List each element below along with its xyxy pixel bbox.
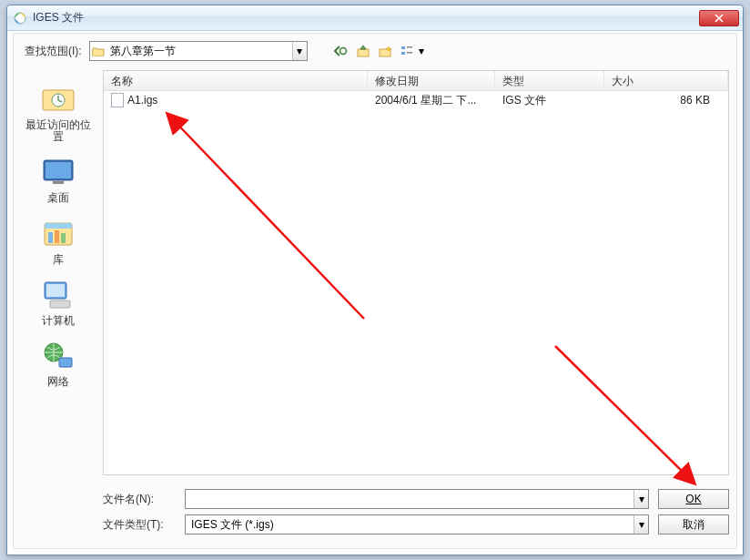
place-desktop-label: 桌面 xyxy=(47,192,69,204)
column-headers: 名称 修改日期 类型 大小 xyxy=(104,71,728,91)
svg-rect-6 xyxy=(407,46,412,48)
col-name[interactable]: 名称 xyxy=(104,71,368,90)
folder-icon xyxy=(90,46,106,56)
svg-rect-14 xyxy=(45,223,72,229)
bottom-bar: 文件名(N): ▾ OK 文件类型(T): ▾ 取消 xyxy=(103,486,729,541)
svg-rect-19 xyxy=(46,284,65,297)
cancel-button[interactable]: 取消 xyxy=(658,514,729,535)
svg-point-1 xyxy=(340,48,346,55)
lookin-dropdown[interactable]: ▾ xyxy=(292,42,307,60)
svg-rect-2 xyxy=(358,49,369,56)
lookin-combo[interactable]: 第八章第一节 ▾ xyxy=(89,41,308,61)
place-libraries-label: 库 xyxy=(53,254,64,266)
lookin-label: 查找范围(I): xyxy=(25,44,82,59)
ok-button[interactable]: OK xyxy=(658,489,729,509)
network-icon xyxy=(36,338,80,374)
filename-combo[interactable]: ▾ xyxy=(185,489,649,509)
desktop-icon xyxy=(36,154,80,190)
back-button[interactable] xyxy=(331,41,351,61)
table-row[interactable]: A1.igs 2004/6/1 星期二 下... IGS 文件 86 KB xyxy=(104,91,728,109)
svg-rect-5 xyxy=(401,52,405,55)
toolbar: ▾ xyxy=(331,41,426,61)
col-type[interactable]: 类型 xyxy=(495,71,604,90)
filetype-dropdown[interactable]: ▾ xyxy=(633,515,648,534)
svg-rect-12 xyxy=(53,181,64,184)
file-date-cell: 2004/6/1 星期二 下... xyxy=(368,93,495,108)
svg-rect-4 xyxy=(401,46,405,49)
lookin-path: 第八章第一节 xyxy=(106,44,292,59)
up-one-level-button[interactable] xyxy=(353,41,373,61)
file-rows[interactable]: A1.igs 2004/6/1 星期二 下... IGS 文件 86 KB xyxy=(104,91,728,474)
svg-rect-7 xyxy=(407,52,412,54)
close-button[interactable] xyxy=(699,10,739,26)
place-recent[interactable]: 最近访问的位置 xyxy=(22,81,95,143)
svg-rect-22 xyxy=(59,358,72,367)
view-menu-button[interactable] xyxy=(397,41,417,61)
window-title: IGES 文件 xyxy=(33,10,699,25)
filetype-label: 文件类型(T): xyxy=(103,517,176,533)
filename-input[interactable] xyxy=(186,490,633,508)
svg-rect-15 xyxy=(48,232,53,243)
libraries-icon xyxy=(36,216,80,252)
place-desktop[interactable]: 桌面 xyxy=(22,154,95,204)
file-name: A1.igs xyxy=(127,94,157,107)
filename-dropdown[interactable]: ▾ xyxy=(633,490,648,508)
computer-icon xyxy=(36,277,80,313)
place-network[interactable]: 网络 xyxy=(22,338,95,388)
svg-rect-20 xyxy=(50,300,70,308)
app-icon xyxy=(13,11,27,25)
filetype-combo[interactable]: ▾ xyxy=(185,514,649,535)
filename-label: 文件名(N): xyxy=(103,492,176,507)
col-date[interactable]: 修改日期 xyxy=(368,71,495,90)
titlebar: IGES 文件 xyxy=(7,5,743,31)
file-size-cell: 86 KB xyxy=(604,94,728,107)
file-list: 名称 修改日期 类型 大小 A1.igs 2004/6/1 星期二 下... I… xyxy=(103,70,729,475)
place-computer-label: 计算机 xyxy=(42,315,75,327)
svg-rect-11 xyxy=(46,162,71,178)
file-icon xyxy=(111,93,124,107)
recent-icon xyxy=(36,81,80,117)
col-size[interactable]: 大小 xyxy=(604,71,728,90)
place-libraries[interactable]: 库 xyxy=(22,216,95,266)
file-open-dialog: IGES 文件 查找范围(I): 第八章第一节 ▾ xyxy=(6,5,744,555)
filetype-input[interactable] xyxy=(186,515,633,534)
svg-rect-17 xyxy=(61,233,66,243)
place-computer[interactable]: 计算机 xyxy=(22,277,95,327)
client-area: 查找范围(I): 第八章第一节 ▾ xyxy=(13,33,737,549)
file-name-cell: A1.igs xyxy=(104,93,368,107)
main-row: 最近访问的位置 桌面 库 xyxy=(14,70,736,475)
svg-rect-16 xyxy=(55,230,59,243)
places-bar: 最近访问的位置 桌面 库 xyxy=(14,70,103,475)
file-type-cell: IGS 文件 xyxy=(495,93,604,108)
place-network-label: 网络 xyxy=(47,376,69,388)
topbar: 查找范围(I): 第八章第一节 ▾ xyxy=(14,34,736,65)
view-menu-dropdown[interactable]: ▾ xyxy=(417,41,426,61)
new-folder-button[interactable] xyxy=(375,41,395,61)
place-recent-label: 最近访问的位置 xyxy=(22,119,95,143)
